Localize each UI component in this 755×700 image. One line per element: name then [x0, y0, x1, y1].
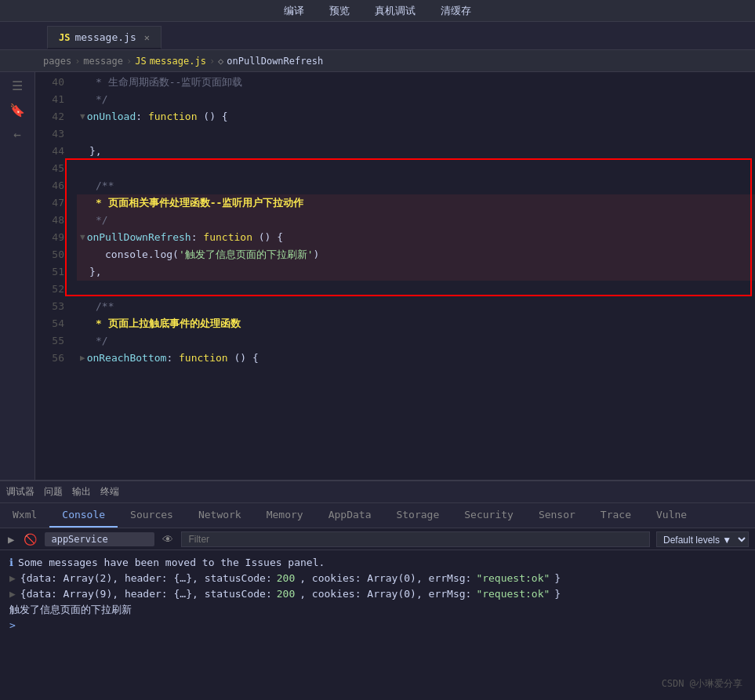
breadcrumb-sep1: ›	[74, 56, 80, 67]
panel-issues[interactable]: 问题	[44, 485, 63, 499]
breadcrumb-message: message	[83, 56, 123, 67]
tab-bar: JS message.js ✕	[0, 22, 755, 50]
code-line-43	[77, 125, 755, 143]
menu-preview[interactable]: 预览	[329, 4, 350, 18]
code-line-44: },	[77, 143, 755, 160]
breadcrumb-pages: pages	[43, 56, 71, 67]
editor-area: ☰ 🔖 ← 40 41 42 43 44 45 46 47 48 49 50 5…	[0, 72, 755, 480]
breadcrumb-file: message.js	[150, 56, 206, 67]
code-line-42: ▼ onUnload: function () {	[77, 108, 755, 125]
bottom-panel: 调试器 问题 输出 终端 Wxml Console Sources Networ…	[0, 480, 755, 700]
menu-compile[interactable]: 编译	[284, 4, 304, 18]
code-line-47: * 页面相关事件处理函数--监听用户下拉动作	[77, 194, 755, 212]
console-line-2[interactable]: ▶ {data: Array(9), header: {…}, statusCo…	[9, 586, 746, 602]
code-line-53: /**	[77, 298, 755, 315]
filter-bar: ▶ 🚫 appService 👁 Default levels ▼ Verbos…	[0, 528, 755, 550]
stop-icon[interactable]: 🚫	[22, 531, 38, 547]
line-numbers: 40 41 42 43 44 45 46 47 48 49 50 51 52 5…	[35, 72, 71, 480]
code-line-46: /**	[77, 177, 755, 194]
tab-security[interactable]: Security	[452, 502, 526, 528]
sidebar-icons: ☰ 🔖 ←	[0, 72, 35, 480]
console-content: ℹ Some messages have been moved to the I…	[0, 550, 755, 700]
tab-label: message.js	[74, 31, 136, 43]
console-line-1[interactable]: ▶ {data: Array(2), header: {…}, statusCo…	[9, 571, 746, 586]
app-selector[interactable]: appService	[45, 532, 154, 546]
top-menu: 编译 预览 真机调试 清缓存	[0, 0, 755, 22]
tab-trace[interactable]: Trace	[588, 502, 644, 528]
tab-wxml[interactable]: Wxml	[0, 502, 49, 528]
menu-device-debug[interactable]: 真机调试	[375, 4, 416, 18]
tab-network[interactable]: Network	[186, 502, 254, 528]
sidebar-menu-icon[interactable]: ☰	[12, 78, 23, 93]
breadcrumb: pages › message › JS message.js › ◇ onPu…	[0, 50, 755, 72]
code-lines: * 生命周期函数--监听页面卸载 */ ▼ onUnload: function…	[71, 72, 755, 480]
code-line-55: */	[77, 332, 755, 350]
panel-terminal[interactable]: 终端	[100, 485, 119, 499]
code-container: 40 41 42 43 44 45 46 47 48 49 50 51 52 5…	[35, 72, 755, 480]
console-line-cursor: >	[9, 618, 746, 633]
code-line-41: */	[77, 91, 755, 108]
eye-icon[interactable]: 👁	[161, 531, 175, 547]
sidebar-bookmark-icon[interactable]: 🔖	[9, 103, 25, 118]
code-line-54: * 页面上拉触底事件的处理函数	[77, 315, 755, 332]
sidebar-back-icon[interactable]: ←	[13, 127, 21, 142]
console-line-info: ℹ Some messages have been moved to the I…	[9, 555, 746, 571]
console-line-3: 触发了信息页面的下拉刷新	[9, 602, 746, 618]
tab-console[interactable]: Console	[49, 502, 118, 528]
tab-close-button[interactable]: ✕	[144, 32, 150, 43]
code-line-52	[77, 281, 755, 298]
log-level-select[interactable]: Default levels ▼ Verbose Info Warnings E…	[656, 531, 749, 547]
menu-clear-cache[interactable]: 清缓存	[441, 4, 471, 18]
tab-vulne[interactable]: Vulne	[644, 502, 699, 528]
code-line-50: console.log('触发了信息页面的下拉刷新')	[77, 246, 755, 263]
panel-tabs: Wxml Console Sources Network Memory AppD…	[0, 503, 755, 528]
code-line-40: * 生命周期函数--监听页面卸载	[77, 74, 755, 91]
code-line-49: ▼ onPullDownRefresh: function () {	[77, 229, 755, 246]
tab-appdata[interactable]: AppData	[316, 502, 384, 528]
panel-debugger[interactable]: 调试器	[6, 485, 34, 499]
panel-toolbar: 调试器 问题 输出 终端	[0, 481, 755, 503]
tab-message-js[interactable]: JS message.js ✕	[47, 26, 162, 49]
code-line-45	[77, 160, 755, 177]
watermark: CSDN @小琳爱分享	[662, 677, 742, 691]
filter-input[interactable]	[181, 531, 650, 547]
breadcrumb-sep2: ›	[126, 56, 132, 67]
breadcrumb-func: onPullDownRefresh	[227, 56, 323, 67]
tab-sources[interactable]: Sources	[118, 502, 186, 528]
tab-storage[interactable]: Storage	[383, 502, 452, 528]
code-line-56: ▶ onReachBottom: function () {	[77, 350, 755, 367]
run-icon[interactable]: ▶	[6, 531, 16, 547]
js-icon: JS	[59, 32, 70, 43]
breadcrumb-sep3: ›	[209, 56, 215, 67]
breadcrumb-js-icon: JS	[135, 56, 146, 67]
breadcrumb-icon: ◇	[218, 56, 223, 67]
code-line-48: */	[77, 212, 755, 229]
tab-memory[interactable]: Memory	[254, 502, 316, 528]
tab-sensor[interactable]: Sensor	[526, 502, 588, 528]
panel-output[interactable]: 输出	[72, 485, 91, 499]
code-line-51: },	[77, 263, 755, 281]
